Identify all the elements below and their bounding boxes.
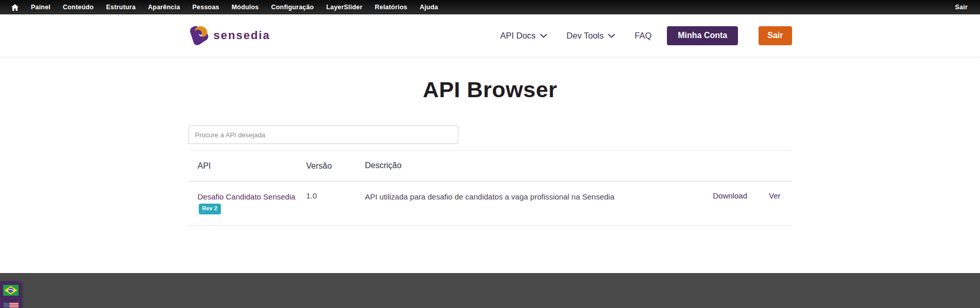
chevron-down-icon bbox=[540, 34, 547, 38]
admin-menu-conteudo[interactable]: Conteúdo bbox=[57, 4, 100, 11]
nav-api-docs[interactable]: API Docs bbox=[500, 31, 547, 41]
admin-menu-relatorios[interactable]: Relatórios bbox=[369, 4, 414, 11]
admin-menu-layerslider[interactable]: LayerSlider bbox=[320, 4, 368, 11]
api-search-input[interactable] bbox=[188, 125, 458, 144]
admin-menu-modulos[interactable]: Módulos bbox=[226, 4, 265, 11]
api-description: API utilizada para desafio de candidatos… bbox=[365, 191, 713, 202]
admin-menu-pessoas[interactable]: Pessoas bbox=[186, 4, 226, 11]
view-link[interactable]: Ver bbox=[769, 191, 781, 200]
page-footer bbox=[0, 273, 980, 308]
admin-menu-ajuda[interactable]: Ajuda bbox=[414, 4, 444, 11]
brand-name: sensedia bbox=[214, 29, 270, 42]
chevron-down-icon bbox=[608, 34, 615, 38]
row-actions: Download Ver bbox=[713, 191, 792, 200]
sensedia-logo[interactable]: sensedia bbox=[188, 25, 270, 46]
nav-dev-tools[interactable]: Dev Tools bbox=[566, 31, 615, 41]
logout-button[interactable]: Sair bbox=[759, 26, 792, 45]
nav-faq-label: FAQ bbox=[634, 31, 651, 41]
nav-faq[interactable]: FAQ bbox=[634, 31, 651, 41]
usa-flag[interactable] bbox=[3, 302, 19, 308]
home-icon[interactable] bbox=[5, 4, 25, 11]
column-header-api: API bbox=[198, 160, 297, 172]
my-account-button[interactable]: Minha Conta bbox=[667, 26, 738, 45]
site-header: sensedia API Docs Dev Tools FAQ Minha Co… bbox=[0, 14, 980, 57]
download-link[interactable]: Download bbox=[713, 191, 747, 200]
column-header-descricao: Descrição bbox=[365, 160, 792, 171]
admin-logout-link[interactable]: Sair bbox=[949, 4, 975, 11]
api-table: API Versão Descrição Desafio Candidato S… bbox=[188, 150, 792, 226]
nav-api-docs-label: API Docs bbox=[500, 31, 536, 41]
admin-toolbar: Painel Conteúdo Estrutura Aparência Pess… bbox=[0, 0, 980, 14]
api-version: 1.0 bbox=[306, 191, 365, 200]
column-header-versao: Versão bbox=[306, 161, 365, 171]
admin-menu-painel[interactable]: Painel bbox=[25, 4, 57, 11]
api-name-link[interactable]: Desafio Candidato Sensedia bbox=[198, 192, 296, 201]
table-header-row: API Versão Descrição bbox=[188, 151, 792, 182]
brazil-flag[interactable] bbox=[3, 285, 19, 296]
language-switcher bbox=[0, 281, 22, 308]
admin-menu-estrutura[interactable]: Estrutura bbox=[100, 4, 142, 11]
nav-dev-tools-label: Dev Tools bbox=[566, 31, 604, 41]
revision-badge: Rev 2 bbox=[199, 204, 221, 214]
main-content: API Browser API Versão Descrição Desafio… bbox=[0, 57, 980, 273]
header-nav: API Docs Dev Tools FAQ Minha Conta Sair bbox=[480, 26, 792, 45]
sensedia-logo-icon bbox=[188, 25, 209, 46]
table-row: Desafio Candidato Sensedia Rev 2 1.0 API… bbox=[188, 182, 792, 226]
page-title: API Browser bbox=[0, 57, 980, 102]
admin-menu-configuracao[interactable]: Configuração bbox=[265, 4, 320, 11]
admin-menu-aparencia[interactable]: Aparência bbox=[142, 4, 186, 11]
